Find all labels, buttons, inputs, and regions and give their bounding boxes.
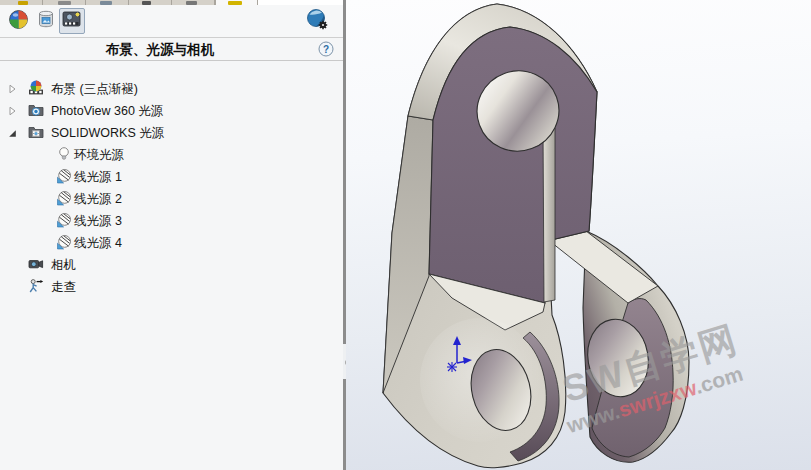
render-options-button[interactable] <box>304 8 330 34</box>
expand-arrow-icon[interactable] <box>8 83 17 93</box>
displaymanager-toolbar <box>0 5 343 38</box>
view-appearances-button[interactable] <box>5 8 31 34</box>
graphics-viewport[interactable]: SW自学网 www.swrjzxw.com <box>346 0 811 470</box>
tree-item-ambient-light[interactable]: 环境光源 <box>0 143 343 165</box>
tree-item-scene[interactable]: 布景 (三点渐褪) <box>0 77 343 99</box>
tree-item-camera[interactable]: 相机 <box>0 253 343 275</box>
ambient-light-icon <box>56 146 72 162</box>
model-front-face <box>429 27 597 303</box>
tree-item-label: 线光源 3 <box>74 213 122 230</box>
tree-item-label: 走查 <box>51 279 76 296</box>
model-bracket-3d: SW自学网 www.swrjzxw.com <box>346 0 811 470</box>
panel-title-bar: 布景、光源与相机 ? <box>0 38 343 61</box>
tree-item-photoview-lights[interactable]: PhotoView 360 光源 <box>0 99 343 121</box>
scene-lights-camera-icon <box>61 8 83 34</box>
camera-icon <box>28 256 44 272</box>
display-manager-panel: 布景、光源与相机 ? 布景 (三点渐褪) PhotoView 360 光源 SO… <box>0 0 343 470</box>
tree-item-directional-light-4[interactable]: 线光源 4 <box>0 231 343 253</box>
collapse-arrow-icon[interactable] <box>8 127 17 137</box>
tree-item-label: SOLIDWORKS 光源 <box>51 125 164 142</box>
tree-item-label: 线光源 1 <box>74 169 122 186</box>
solidworks-window: { "panel": { "title": "布景、光源与相机", "help_… <box>0 0 811 470</box>
walkthrough-icon <box>28 278 44 294</box>
render-globe-gear-icon <box>305 7 329 35</box>
tree-item-label: 相机 <box>51 257 76 274</box>
appearance-ball-icon <box>8 9 29 34</box>
view-scene-lights-cameras-button[interactable] <box>59 8 85 34</box>
help-icon: ? <box>318 41 334 57</box>
tree-item-walkthrough[interactable]: 走查 <box>0 275 343 297</box>
solidworks-lights-folder-icon <box>28 124 44 140</box>
panel-title: 布景、光源与相机 <box>0 41 320 59</box>
view-decals-button[interactable] <box>33 8 59 34</box>
tree-item-directional-light-2[interactable]: 线光源 2 <box>0 187 343 209</box>
directional-light-icon <box>56 190 72 206</box>
tree-item-solidworks-lights[interactable]: SOLIDWORKS 光源 <box>0 121 343 143</box>
tree-item-label: 线光源 2 <box>74 191 122 208</box>
tree-item-label: 环境光源 <box>74 147 124 164</box>
directional-light-icon <box>56 234 72 250</box>
directional-light-icon <box>56 212 72 228</box>
scene-icon <box>28 80 44 96</box>
tree-item-directional-light-1[interactable]: 线光源 1 <box>0 165 343 187</box>
svg-text:?: ? <box>323 44 329 55</box>
tree-item-label: 线光源 4 <box>74 235 122 252</box>
decal-cylinder-icon <box>36 9 56 34</box>
tree-item-directional-light-3[interactable]: 线光源 3 <box>0 209 343 231</box>
photoview-lights-folder-icon <box>28 102 44 118</box>
expand-arrow-icon[interactable] <box>8 105 17 115</box>
help-button[interactable]: ? <box>318 41 334 57</box>
tree-item-label: 布景 (三点渐褪) <box>51 81 138 98</box>
model-slot-strip <box>543 124 555 302</box>
directional-light-icon <box>56 168 72 184</box>
tree-item-label: PhotoView 360 光源 <box>51 103 163 120</box>
